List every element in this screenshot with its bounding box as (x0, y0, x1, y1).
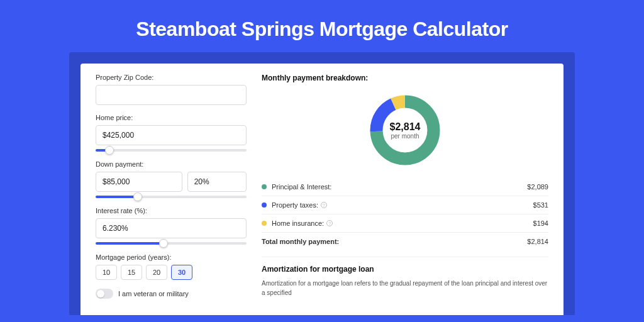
breakdown-value: $531 (533, 201, 548, 209)
breakdown-total-value: $2,814 (527, 238, 548, 245)
veteran-toggle-row: I am veteran or military (96, 289, 247, 299)
period-label: Mortgage period (years): (96, 253, 247, 261)
interest-slider-thumb[interactable] (159, 239, 168, 248)
results-column: Monthly payment breakdown: $2,814 per mo… (262, 74, 548, 315)
breakdown-title: Monthly payment breakdown: (262, 74, 548, 82)
period-button-20[interactable]: 20 (146, 265, 167, 280)
info-icon[interactable]: ? (326, 220, 333, 226)
donut-center-sub: per month (390, 133, 421, 140)
amortization-text: Amortization for a mortgage loan refers … (262, 279, 548, 297)
breakdown-value: $194 (533, 219, 548, 227)
period-button-10[interactable]: 10 (96, 265, 117, 280)
breakdown-row: Principal & Interest:$2,089 (262, 178, 548, 196)
home-price-slider-thumb[interactable] (105, 146, 114, 155)
zip-field-group: Property Zip Code: (96, 74, 247, 105)
down-payment-input[interactable] (96, 172, 182, 192)
interest-label: Interest rate (%): (96, 207, 247, 214)
amortization-title: Amortization for mortgage loan (262, 265, 548, 274)
interest-input[interactable] (96, 218, 247, 238)
down-payment-label: Down payment: (96, 160, 247, 168)
form-column: Property Zip Code: Home price: Down paym… (96, 74, 247, 315)
zip-input[interactable] (96, 85, 247, 105)
donut-center: $2,814 per month (390, 121, 421, 140)
period-button-row: 10152030 (96, 265, 247, 280)
breakdown-value: $2,089 (527, 183, 548, 191)
donut-chart: $2,814 per month (367, 92, 443, 168)
breakdown-label: Home insurance:? (272, 219, 533, 227)
breakdown-list: Principal & Interest:$2,089Property taxe… (262, 178, 548, 232)
legend-dot (262, 184, 267, 189)
down-payment-field-group: Down payment: (96, 160, 247, 198)
interest-field-group: Interest rate (%): (96, 207, 247, 245)
breakdown-row: Home insurance:?$194 (262, 214, 548, 232)
down-payment-slider-fill (96, 196, 138, 198)
home-price-field-group: Home price: (96, 114, 247, 152)
breakdown-row: Property taxes:?$531 (262, 196, 548, 214)
veteran-toggle-knob (97, 290, 104, 297)
calculator-inner-panel: Property Zip Code: Home price: Down paym… (80, 64, 564, 315)
legend-dot (262, 221, 267, 226)
breakdown-label: Principal & Interest: (272, 183, 527, 191)
down-payment-slider[interactable] (96, 196, 247, 198)
info-icon[interactable]: ? (321, 202, 327, 208)
interest-slider[interactable] (96, 242, 247, 245)
breakdown-total-label: Total monthly payment: (262, 238, 527, 245)
veteran-label: I am veteran or military (118, 290, 189, 297)
zip-label: Property Zip Code: (96, 74, 247, 81)
home-price-label: Home price: (96, 114, 247, 121)
breakdown-label: Property taxes:? (272, 201, 533, 209)
page-title: Steamboat Springs Mortgage Calculator (0, 0, 644, 52)
period-button-30[interactable]: 30 (171, 265, 192, 280)
down-payment-slider-thumb[interactable] (133, 192, 142, 201)
legend-dot (262, 203, 267, 208)
period-button-15[interactable]: 15 (121, 265, 142, 280)
home-price-input[interactable] (96, 125, 247, 145)
down-payment-pct-input[interactable] (187, 172, 247, 192)
calculator-outer-panel: Property Zip Code: Home price: Down paym… (69, 52, 575, 315)
amortization-block: Amortization for mortgage loan Amortizat… (262, 257, 548, 297)
donut-chart-wrap: $2,814 per month (262, 89, 548, 178)
interest-slider-fill (96, 242, 164, 245)
home-price-slider[interactable] (96, 149, 247, 152)
veteran-toggle[interactable] (96, 289, 113, 299)
donut-center-value: $2,814 (390, 121, 421, 133)
period-field-group: Mortgage period (years): 10152030 (96, 253, 247, 280)
breakdown-total-row: Total monthly payment: $2,814 (262, 232, 548, 250)
